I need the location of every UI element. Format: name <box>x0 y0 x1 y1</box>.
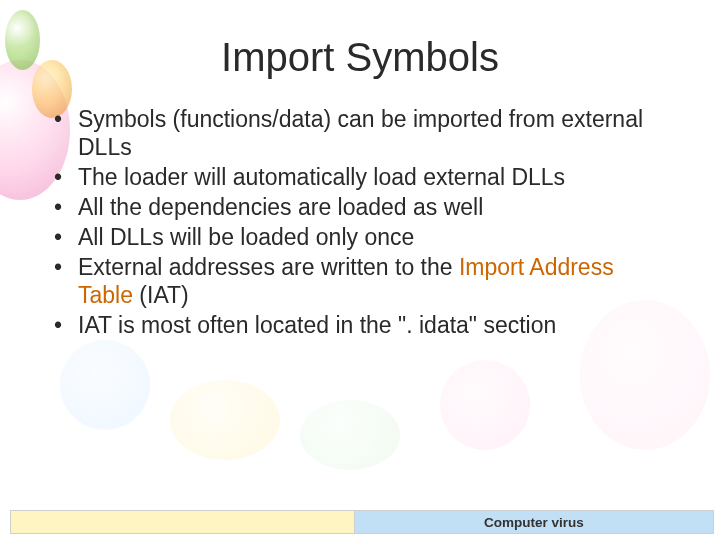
blob-faint-icon <box>170 380 280 460</box>
bullet-text: IAT is most often located in the ". idat… <box>78 312 556 338</box>
list-item: Symbols (functions/data) can be imported… <box>48 105 672 161</box>
blob-faint-icon <box>300 400 400 470</box>
slide-content: Import Symbols Symbols (functions/data) … <box>0 0 720 339</box>
bullet-text-pre: External addresses are written to the <box>78 254 459 280</box>
blob-faint-icon <box>440 360 530 450</box>
footer-right-cell: Computer virus <box>355 510 714 534</box>
list-item: All the dependencies are loaded as well <box>48 193 672 221</box>
bullet-text: All the dependencies are loaded as well <box>78 194 483 220</box>
blob-faint-icon <box>60 340 150 430</box>
bullet-list: Symbols (functions/data) can be imported… <box>40 105 680 339</box>
bullet-text: The loader will automatically load exter… <box>78 164 565 190</box>
bullet-text-post: (IAT) <box>133 282 189 308</box>
slide-title: Import Symbols <box>40 35 680 80</box>
footer-left-cell <box>10 510 355 534</box>
list-item: The loader will automatically load exter… <box>48 163 672 191</box>
list-item: External addresses are written to the Im… <box>48 253 672 309</box>
footer-bar: Computer virus <box>10 510 714 534</box>
list-item: All DLLs will be loaded only once <box>48 223 672 251</box>
bullet-text: Symbols (functions/data) can be imported… <box>78 106 643 160</box>
list-item: IAT is most often located in the ". idat… <box>48 311 672 339</box>
bullet-text: All DLLs will be loaded only once <box>78 224 414 250</box>
